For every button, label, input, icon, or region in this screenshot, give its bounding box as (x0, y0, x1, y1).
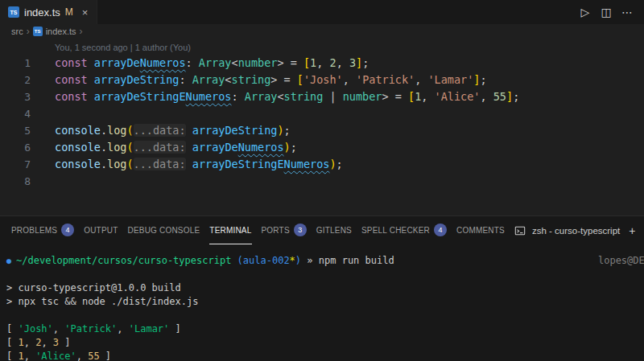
terminal-icon (513, 224, 527, 238)
terminal-line (6, 268, 644, 281)
terminal-text: [ (6, 323, 18, 334)
panel-tab-gitlens[interactable]: GITLENS (316, 216, 352, 244)
code-line[interactable]: 2const arrayDeString: Array<string> = ['… (0, 72, 644, 88)
code-token: arrayDeString (94, 73, 180, 86)
code-line[interactable]: 8 (0, 173, 644, 190)
code-token: [ (408, 90, 415, 103)
line-number[interactable]: 5 (0, 122, 31, 139)
chevron-right-icon: › (27, 27, 30, 36)
code-token: arrayDeStringE (192, 158, 284, 170)
terminal-output[interactable]: ● ~/development/cursos/curso-typescript … (0, 244, 644, 361)
code-token: ( (126, 141, 133, 154)
terminal-text: ] (59, 337, 70, 348)
code-token: . (101, 141, 107, 154)
code-line[interactable]: 6console.log(...data: arrayDeNumeros); (0, 139, 644, 156)
line-number[interactable]: 8 (0, 173, 31, 190)
code-lines: 1const arrayDeNumeros: Array<number> = [… (0, 55, 644, 190)
code-token: : (186, 56, 199, 69)
code-token: ] (356, 56, 362, 69)
tab-filename: index.ts (24, 6, 60, 18)
editor-tab-bar: TS index.ts M × ▷ ◫ ⋯ (0, 0, 644, 24)
code-token: ] (506, 90, 513, 103)
code-line[interactable]: 1const arrayDeNumeros: Array<number> = [… (0, 55, 644, 72)
code-token: Numeros (140, 56, 186, 69)
code-token: const (55, 90, 94, 103)
line-number[interactable]: 2 (0, 72, 31, 88)
terminal-line: [ 1, 2, 3 ] (6, 336, 644, 350)
code-token: [ (297, 73, 303, 86)
code-token: , (415, 73, 427, 86)
panel-tab-terminal[interactable]: TERMINAL (209, 216, 251, 244)
terminal-selector[interactable]: zsh - curso-typescript (532, 226, 620, 236)
code-token: ) (284, 141, 291, 154)
git-modified-badge: M (65, 6, 73, 18)
gitlens-blame-annotation[interactable]: You, 1 second ago | 1 author (You) (0, 40, 644, 55)
panel-tab-output[interactable]: OUTPUT (84, 216, 118, 244)
code-token: log (107, 158, 126, 170)
code-line[interactable]: 3const arrayDeStringENumeros: Array<stri… (0, 88, 644, 105)
line-number[interactable]: 7 (0, 156, 31, 173)
terminal-line: [ 1, 'Alice', 55 ] (6, 350, 644, 361)
code-line[interactable]: 5console.log(...data: arrayDeString); (0, 122, 644, 139)
code-token: ; (336, 158, 343, 170)
code-token: ; (480, 73, 486, 86)
panel-tab-label: DEBUG CONSOLE (127, 226, 200, 235)
code-token: > (382, 90, 388, 103)
code-token: ) (329, 158, 336, 170)
terminal-line: > npx tsc && node ./dist/index.js (6, 295, 644, 309)
terminal-text: , (24, 351, 35, 361)
code-token: . (101, 124, 107, 137)
split-editor-icon[interactable]: ◫ (597, 3, 615, 21)
panel-tab-label: PORTS (262, 226, 290, 235)
code-token: console (55, 158, 101, 170)
terminal-text: ] (169, 323, 180, 334)
close-tab-icon[interactable]: × (80, 6, 91, 18)
terminal-line: ● ~/development/cursos/curso-typescript … (6, 254, 644, 268)
more-actions-icon[interactable]: ⋯ (618, 3, 636, 21)
line-number[interactable]: 4 (0, 105, 31, 122)
code-token: log (107, 141, 126, 154)
code-token: 2 (330, 56, 336, 69)
panel-header: PROBLEMS4OUTPUTDEBUG CONSOLETERMINALPORT… (0, 216, 644, 244)
code-line[interactable]: 4 (0, 105, 644, 122)
terminal-line (6, 309, 644, 322)
code-token (186, 141, 192, 154)
terminal-text: (aula-002 (231, 255, 289, 266)
line-number[interactable]: 6 (0, 139, 31, 156)
line-number[interactable]: 1 (0, 55, 31, 72)
code-editor[interactable]: You, 1 second ago | 1 author (You) 1cons… (0, 39, 644, 215)
code-token: , (421, 90, 434, 103)
panel-tab-badge: 3 (294, 224, 307, 236)
code-token (186, 158, 192, 170)
code-token: 'Josh' (303, 73, 343, 86)
panel-tab-spell-checker[interactable]: SPELL CHECKER4 (361, 216, 447, 244)
terminal-text: 1 (18, 337, 23, 348)
code-token: ( (126, 124, 133, 137)
code-token: . (101, 158, 107, 170)
code-token: ) (277, 124, 283, 137)
code-token: , (316, 56, 329, 69)
terminal-text: 55 (88, 351, 99, 361)
breadcrumb-file[interactable]: index.ts (46, 27, 76, 36)
panel-tab-label: TERMINAL (209, 226, 251, 235)
terminal-text: npm run build (319, 255, 394, 266)
panel-tab-comments[interactable]: COMMENTS (456, 216, 505, 244)
terminal-text: 3 (53, 337, 59, 348)
breadcrumb-folder[interactable]: src (11, 27, 23, 36)
panel-tab-debug-console[interactable]: DEBUG CONSOLE (127, 216, 200, 244)
chevron-right-icon: › (80, 27, 83, 36)
code-line[interactable]: 7console.log(...data: arrayDeStringENume… (0, 156, 644, 173)
panel-tab-problems[interactable]: PROBLEMS4 (11, 216, 74, 244)
tab-index-ts[interactable]: TS index.ts M × (0, 0, 97, 24)
code-token: Array (199, 56, 232, 69)
new-terminal-icon[interactable]: + (625, 224, 639, 238)
code-token: const (55, 56, 94, 69)
code-token: 'Alice' (435, 90, 481, 103)
run-file-icon[interactable]: ▷ (576, 3, 594, 21)
inlay-hint: ...data: (134, 141, 186, 154)
panel-tabs: PROBLEMS4OUTPUTDEBUG CONSOLETERMINALPORT… (11, 216, 505, 244)
line-number[interactable]: 3 (0, 88, 31, 105)
terminal-line: > curso-typescript@1.0.0 build (6, 281, 644, 295)
panel-tab-ports[interactable]: PORTS3 (262, 216, 307, 244)
code-token: arrayDeStringE (94, 90, 186, 103)
